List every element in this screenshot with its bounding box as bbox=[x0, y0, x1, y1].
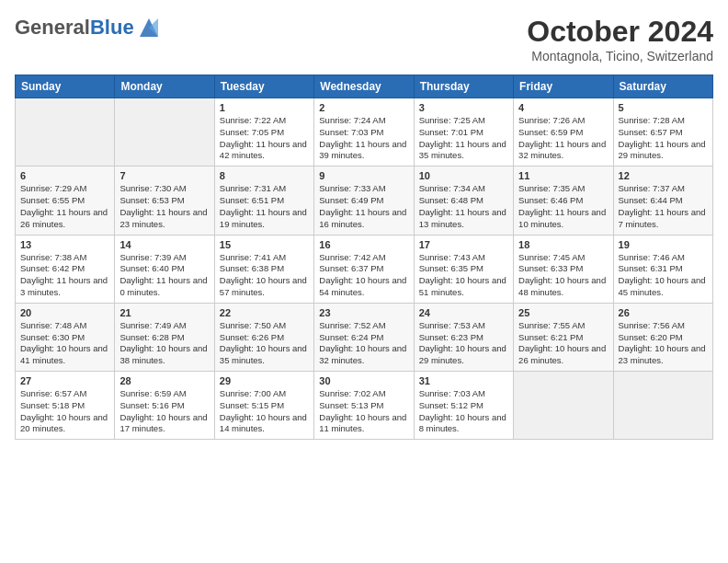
day-info: Sunrise: 7:41 AM Sunset: 6:38 PM Dayligh… bbox=[220, 252, 309, 299]
header: GeneralBlue October 2024 Montagnola, Tic… bbox=[15, 15, 713, 63]
day-info: Sunrise: 7:33 AM Sunset: 6:49 PM Dayligh… bbox=[319, 183, 408, 230]
day-number: 15 bbox=[220, 239, 309, 250]
table-row: 21Sunrise: 7:49 AM Sunset: 6:28 PM Dayli… bbox=[115, 303, 214, 371]
table-row bbox=[16, 98, 115, 167]
calendar-header-row: Sunday Monday Tuesday Wednesday Thursday… bbox=[16, 75, 713, 98]
header-tuesday: Tuesday bbox=[214, 75, 313, 98]
table-row: 11Sunrise: 7:35 AM Sunset: 6:46 PM Dayli… bbox=[514, 167, 613, 235]
day-info: Sunrise: 7:46 AM Sunset: 6:31 PM Dayligh… bbox=[619, 252, 708, 299]
day-number: 24 bbox=[419, 307, 508, 318]
table-row: 31Sunrise: 7:03 AM Sunset: 5:12 PM Dayli… bbox=[414, 372, 513, 440]
day-number: 30 bbox=[319, 375, 408, 386]
day-info: Sunrise: 7:38 AM Sunset: 6:42 PM Dayligh… bbox=[20, 252, 109, 299]
day-number: 5 bbox=[619, 102, 708, 113]
day-number: 27 bbox=[20, 375, 109, 386]
day-number: 11 bbox=[518, 170, 608, 181]
calendar-week-row: 1Sunrise: 7:22 AM Sunset: 7:05 PM Daylig… bbox=[16, 98, 713, 167]
table-row: 20Sunrise: 7:48 AM Sunset: 6:30 PM Dayli… bbox=[16, 303, 115, 371]
day-info: Sunrise: 7:45 AM Sunset: 6:33 PM Dayligh… bbox=[518, 252, 608, 299]
day-info: Sunrise: 7:34 AM Sunset: 6:48 PM Dayligh… bbox=[419, 183, 508, 230]
day-number: 23 bbox=[319, 307, 408, 318]
table-row: 12Sunrise: 7:37 AM Sunset: 6:44 PM Dayli… bbox=[613, 167, 712, 235]
day-number: 9 bbox=[319, 170, 408, 181]
table-row: 2Sunrise: 7:24 AM Sunset: 7:03 PM Daylig… bbox=[314, 98, 414, 167]
day-info: Sunrise: 7:02 AM Sunset: 5:13 PM Dayligh… bbox=[319, 388, 408, 435]
day-number: 25 bbox=[518, 307, 608, 318]
day-info: Sunrise: 7:37 AM Sunset: 6:44 PM Dayligh… bbox=[619, 183, 708, 230]
day-info: Sunrise: 7:22 AM Sunset: 7:05 PM Dayligh… bbox=[220, 115, 309, 162]
day-info: Sunrise: 7:42 AM Sunset: 6:37 PM Dayligh… bbox=[319, 252, 408, 299]
day-info: Sunrise: 7:03 AM Sunset: 5:12 PM Dayligh… bbox=[419, 388, 508, 435]
day-number: 31 bbox=[419, 375, 508, 386]
header-sunday: Sunday bbox=[16, 75, 115, 98]
day-number: 16 bbox=[319, 239, 408, 250]
day-number: 2 bbox=[319, 102, 408, 113]
day-info: Sunrise: 7:29 AM Sunset: 6:55 PM Dayligh… bbox=[20, 183, 109, 230]
calendar-week-row: 27Sunrise: 6:57 AM Sunset: 5:18 PM Dayli… bbox=[16, 372, 713, 440]
table-row: 13Sunrise: 7:38 AM Sunset: 6:42 PM Dayli… bbox=[16, 235, 115, 303]
day-number: 3 bbox=[419, 102, 508, 113]
day-number: 4 bbox=[518, 102, 608, 113]
table-row: 16Sunrise: 7:42 AM Sunset: 6:37 PM Dayli… bbox=[314, 235, 414, 303]
day-info: Sunrise: 7:53 AM Sunset: 6:23 PM Dayligh… bbox=[419, 320, 508, 367]
table-row: 23Sunrise: 7:52 AM Sunset: 6:24 PM Dayli… bbox=[314, 303, 414, 371]
table-row: 24Sunrise: 7:53 AM Sunset: 6:23 PM Dayli… bbox=[414, 303, 513, 371]
day-number: 8 bbox=[220, 170, 309, 181]
logo-icon bbox=[136, 15, 162, 40]
table-row bbox=[115, 98, 214, 167]
table-row: 7Sunrise: 7:30 AM Sunset: 6:53 PM Daylig… bbox=[115, 167, 214, 235]
table-row: 4Sunrise: 7:26 AM Sunset: 6:59 PM Daylig… bbox=[514, 98, 613, 167]
day-info: Sunrise: 7:28 AM Sunset: 6:57 PM Dayligh… bbox=[619, 115, 708, 162]
table-row: 15Sunrise: 7:41 AM Sunset: 6:38 PM Dayli… bbox=[214, 235, 313, 303]
day-number: 6 bbox=[20, 170, 109, 181]
day-info: Sunrise: 7:49 AM Sunset: 6:28 PM Dayligh… bbox=[119, 320, 209, 367]
table-row: 25Sunrise: 7:55 AM Sunset: 6:21 PM Dayli… bbox=[514, 303, 613, 371]
table-row: 9Sunrise: 7:33 AM Sunset: 6:49 PM Daylig… bbox=[314, 167, 414, 235]
logo: GeneralBlue bbox=[15, 15, 162, 40]
calendar-week-row: 20Sunrise: 7:48 AM Sunset: 6:30 PM Dayli… bbox=[16, 303, 713, 371]
table-row: 1Sunrise: 7:22 AM Sunset: 7:05 PM Daylig… bbox=[214, 98, 313, 167]
table-row: 22Sunrise: 7:50 AM Sunset: 6:26 PM Dayli… bbox=[214, 303, 313, 371]
calendar-week-row: 13Sunrise: 7:38 AM Sunset: 6:42 PM Dayli… bbox=[16, 235, 713, 303]
table-row: 6Sunrise: 7:29 AM Sunset: 6:55 PM Daylig… bbox=[16, 167, 115, 235]
day-info: Sunrise: 7:55 AM Sunset: 6:21 PM Dayligh… bbox=[518, 320, 608, 367]
table-row: 17Sunrise: 7:43 AM Sunset: 6:35 PM Dayli… bbox=[414, 235, 513, 303]
day-info: Sunrise: 7:31 AM Sunset: 6:51 PM Dayligh… bbox=[220, 183, 309, 230]
day-info: Sunrise: 7:50 AM Sunset: 6:26 PM Dayligh… bbox=[220, 320, 309, 367]
table-row: 28Sunrise: 6:59 AM Sunset: 5:16 PM Dayli… bbox=[115, 372, 214, 440]
table-row bbox=[514, 372, 613, 440]
day-info: Sunrise: 7:26 AM Sunset: 6:59 PM Dayligh… bbox=[518, 115, 608, 162]
day-number: 22 bbox=[220, 307, 309, 318]
title-location: Montagnola, Ticino, Switzerland bbox=[527, 49, 713, 63]
day-number: 20 bbox=[20, 307, 109, 318]
day-number: 28 bbox=[119, 375, 209, 386]
day-info: Sunrise: 6:57 AM Sunset: 5:18 PM Dayligh… bbox=[20, 388, 109, 435]
table-row: 19Sunrise: 7:46 AM Sunset: 6:31 PM Dayli… bbox=[613, 235, 712, 303]
table-row: 29Sunrise: 7:00 AM Sunset: 5:15 PM Dayli… bbox=[214, 372, 313, 440]
table-row: 5Sunrise: 7:28 AM Sunset: 6:57 PM Daylig… bbox=[613, 98, 712, 167]
header-saturday: Saturday bbox=[613, 75, 712, 98]
calendar-week-row: 6Sunrise: 7:29 AM Sunset: 6:55 PM Daylig… bbox=[16, 167, 713, 235]
day-info: Sunrise: 7:52 AM Sunset: 6:24 PM Dayligh… bbox=[319, 320, 408, 367]
day-number: 1 bbox=[220, 102, 309, 113]
day-info: Sunrise: 7:43 AM Sunset: 6:35 PM Dayligh… bbox=[419, 252, 508, 299]
day-number: 26 bbox=[619, 307, 708, 318]
day-info: Sunrise: 7:35 AM Sunset: 6:46 PM Dayligh… bbox=[518, 183, 608, 230]
day-number: 7 bbox=[119, 170, 209, 181]
day-info: Sunrise: 7:39 AM Sunset: 6:40 PM Dayligh… bbox=[119, 252, 209, 299]
page: GeneralBlue October 2024 Montagnola, Tic… bbox=[0, 0, 728, 454]
day-number: 13 bbox=[20, 239, 109, 250]
logo-text: GeneralBlue bbox=[15, 17, 134, 39]
day-info: Sunrise: 7:30 AM Sunset: 6:53 PM Dayligh… bbox=[119, 183, 209, 230]
day-number: 17 bbox=[419, 239, 508, 250]
day-info: Sunrise: 6:59 AM Sunset: 5:16 PM Dayligh… bbox=[119, 388, 209, 435]
table-row: 14Sunrise: 7:39 AM Sunset: 6:40 PM Dayli… bbox=[115, 235, 214, 303]
header-thursday: Thursday bbox=[414, 75, 513, 98]
header-monday: Monday bbox=[115, 75, 214, 98]
day-info: Sunrise: 7:00 AM Sunset: 5:15 PM Dayligh… bbox=[220, 388, 309, 435]
calendar-table: Sunday Monday Tuesday Wednesday Thursday… bbox=[15, 75, 713, 440]
day-number: 21 bbox=[119, 307, 209, 318]
table-row bbox=[613, 372, 712, 440]
day-info: Sunrise: 7:56 AM Sunset: 6:20 PM Dayligh… bbox=[619, 320, 708, 367]
table-row: 27Sunrise: 6:57 AM Sunset: 5:18 PM Dayli… bbox=[16, 372, 115, 440]
